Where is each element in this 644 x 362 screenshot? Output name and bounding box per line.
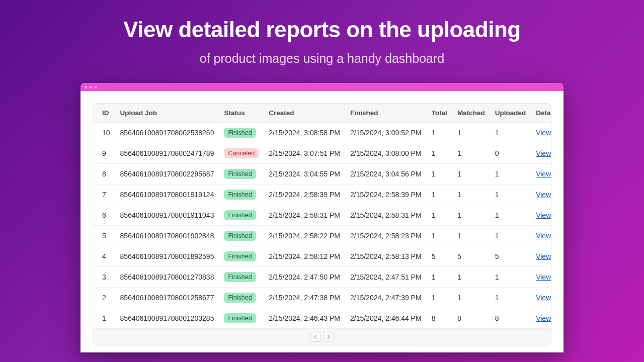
- status-badge: Finished: [224, 251, 256, 261]
- table-header-row: ID Upload Job Status Created Finished To…: [93, 104, 551, 123]
- cell-finished: 2/15/2024, 2:58:31 PM: [345, 205, 427, 226]
- table-row: 10856406100891708002538269Finished2/15/2…: [93, 123, 551, 143]
- cell-upload-job: 856406100891708001911043: [115, 205, 219, 226]
- col-total: Total: [427, 104, 452, 123]
- reports-card: ID Upload Job Status Created Finished To…: [93, 103, 551, 345]
- traffic-light-max-icon: [95, 86, 97, 88]
- cell-uploaded: 1: [490, 123, 531, 143]
- status-badge: Finished: [224, 190, 256, 200]
- cell-status: Finished: [219, 246, 264, 267]
- cell-finished: 2/15/2024, 2:46:44 PM: [345, 308, 427, 329]
- cell-matched: 5: [452, 246, 490, 267]
- view-log-link[interactable]: View Log: [536, 191, 551, 199]
- table-row: 7856406100891708001919124Finished2/15/20…: [93, 185, 551, 205]
- cell-status: Finished: [219, 123, 264, 143]
- cell-finished: 2/15/2024, 2:58:23 PM: [345, 226, 427, 246]
- cell-upload-job: 856406100891708002471789: [115, 143, 219, 164]
- table-row: 3856406100891708001270838Finished2/15/20…: [93, 267, 551, 288]
- cell-created: 2/15/2024, 2:58:12 PM: [264, 246, 345, 267]
- cell-total: 1: [427, 205, 452, 226]
- view-log-link[interactable]: View Log: [536, 294, 551, 302]
- col-details: Details: [531, 104, 551, 123]
- status-badge: Finished: [224, 169, 256, 179]
- cell-upload-job: 856406100891708001892595: [115, 246, 219, 267]
- table-row: 8856406100891708002295687Finished2/15/20…: [93, 164, 551, 185]
- cell-finished: 2/15/2024, 2:58:13 PM: [345, 246, 427, 267]
- col-id: ID: [93, 104, 115, 123]
- view-log-link[interactable]: View Log: [536, 252, 551, 260]
- cell-status: Finished: [219, 267, 264, 288]
- cell-created: 2/15/2024, 3:07:51 PM: [264, 143, 345, 164]
- cell-status: Finished: [219, 205, 264, 226]
- hero-banner: View detailed reports on the uploading o…: [0, 0, 644, 66]
- cell-finished: 2/15/2024, 2:47:51 PM: [345, 267, 427, 288]
- cell-id: 6: [93, 205, 115, 226]
- cell-finished: 2/15/2024, 3:08:00 PM: [345, 143, 427, 164]
- cell-details: View Log: [531, 288, 551, 308]
- cell-matched: 1: [452, 164, 490, 185]
- hero-subtitle: of product images using a handy dashboar…: [0, 51, 644, 66]
- cell-finished: 2/15/2024, 3:04:56 PM: [345, 164, 427, 185]
- cell-upload-job: 856406100891708001919124: [115, 185, 219, 205]
- cell-id: 1: [93, 308, 115, 329]
- cell-total: 1: [427, 164, 452, 185]
- cell-total: 1: [427, 123, 452, 143]
- cell-uploaded: 0: [490, 143, 531, 164]
- cell-finished: 2/15/2024, 2:47:39 PM: [345, 288, 427, 308]
- traffic-light-min-icon: [90, 86, 92, 88]
- cell-total: 8: [427, 308, 452, 329]
- table-row: 5856406100891708001902848Finished2/15/20…: [93, 226, 551, 246]
- chevron-left-icon: [313, 335, 317, 339]
- view-log-link[interactable]: View Log: [536, 170, 551, 178]
- view-log-link[interactable]: View Log: [536, 149, 551, 157]
- cell-matched: 1: [452, 205, 490, 226]
- view-log-link[interactable]: View Log: [536, 129, 551, 137]
- cell-matched: 1: [452, 185, 490, 205]
- cell-id: 8: [93, 164, 115, 185]
- cell-status: Finished: [219, 308, 264, 329]
- cell-matched: 1: [452, 226, 490, 246]
- reports-table: ID Upload Job Status Created Finished To…: [93, 104, 551, 328]
- cell-details: View Log: [531, 267, 551, 288]
- cell-upload-job: 856406100891708001902848: [115, 226, 219, 246]
- cell-created: 2/15/2024, 2:58:22 PM: [264, 226, 345, 246]
- status-badge: Finished: [224, 272, 256, 282]
- cell-uploaded: 1: [490, 288, 531, 308]
- status-badge: Canceled: [224, 148, 259, 158]
- cell-upload-job: 856406100891708002538269: [115, 123, 219, 143]
- view-log-link[interactable]: View Log: [536, 314, 551, 322]
- cell-id: 2: [93, 288, 115, 308]
- table-row: 2856406100891708001258677Finished2/15/20…: [93, 288, 551, 308]
- cell-finished: 2/15/2024, 2:58:39 PM: [345, 185, 427, 205]
- cell-matched: 1: [452, 267, 490, 288]
- view-log-link[interactable]: View Log: [536, 211, 551, 219]
- status-badge: Finished: [224, 293, 256, 303]
- cell-status: Finished: [219, 185, 264, 205]
- cell-id: 7: [93, 185, 115, 205]
- view-log-link[interactable]: View Log: [536, 273, 551, 281]
- cell-total: 1: [427, 267, 452, 288]
- prev-page-button[interactable]: [310, 332, 320, 342]
- col-finished: Finished: [345, 104, 427, 123]
- cell-uploaded: 1: [490, 226, 531, 246]
- table-row: 9856406100891708002471789Canceled2/15/20…: [93, 143, 551, 164]
- view-log-link[interactable]: View Log: [536, 232, 551, 240]
- pagination: [93, 328, 551, 345]
- cell-details: View Log: [531, 143, 551, 164]
- cell-created: 2/15/2024, 3:04:55 PM: [264, 164, 345, 185]
- cell-total: 1: [427, 143, 452, 164]
- cell-uploaded: 1: [490, 185, 531, 205]
- next-page-button[interactable]: [324, 332, 334, 342]
- col-status: Status: [219, 104, 264, 123]
- table-row: 6856406100891708001911043Finished2/15/20…: [93, 205, 551, 226]
- cell-upload-job: 856406100891708001258677: [115, 288, 219, 308]
- browser-viewport: ID Upload Job Status Created Finished To…: [80, 91, 564, 352]
- cell-id: 9: [93, 143, 115, 164]
- cell-matched: 1: [452, 288, 490, 308]
- cell-status: Finished: [219, 164, 264, 185]
- cell-status: Finished: [219, 226, 264, 246]
- cell-upload-job: 856406100891708001270838: [115, 267, 219, 288]
- cell-total: 5: [427, 246, 452, 267]
- hero-title: View detailed reports on the uploading: [0, 17, 644, 42]
- status-badge: Finished: [224, 313, 256, 323]
